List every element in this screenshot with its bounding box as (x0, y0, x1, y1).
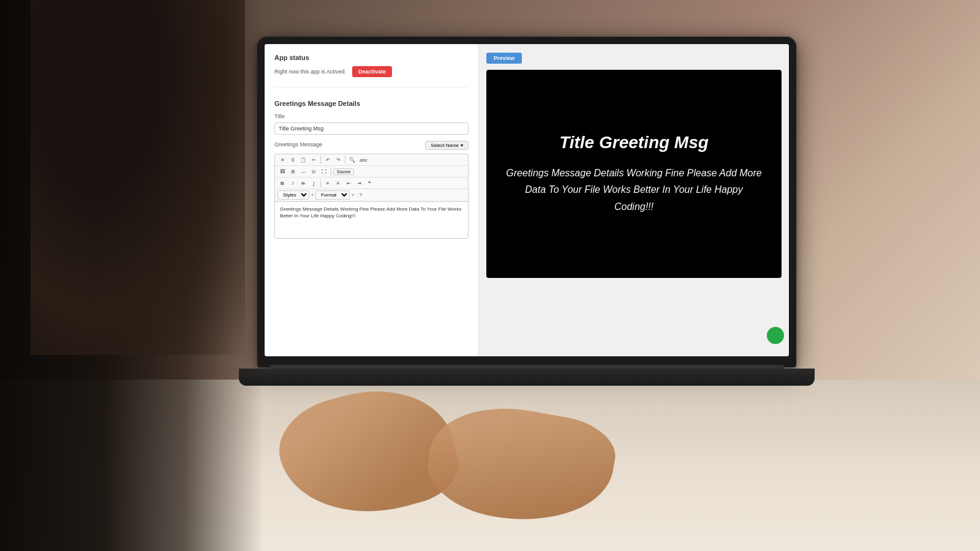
rich-text-editor: ✕ ⎘ 📋 ✂ ↶ ↷ 🔍 abc (274, 154, 469, 239)
greetings-section-title: Greetings Message Details (274, 100, 469, 107)
toolbar-sep-4 (320, 179, 321, 187)
toolbar-table[interactable]: ⊞ (288, 168, 298, 176)
title-input[interactable] (274, 122, 469, 135)
toolbar-special-char[interactable]: Ω (309, 168, 318, 176)
toolbar-redo[interactable]: ↷ (333, 156, 343, 164)
toolbar-spell[interactable]: abc (358, 156, 369, 164)
toolbar-row-2: 🖼 ⊞ — Ω ⛶ Source (275, 166, 468, 178)
toolbar-row-4: Styles ▾ Format ▾ ? (275, 189, 468, 201)
toolbar-undo[interactable]: ↶ (323, 156, 333, 164)
app-status-section: App status Right now this app is Actived… (274, 54, 469, 88)
toolbar-help[interactable]: ? (356, 191, 366, 199)
toolbar-indent[interactable]: ⇥ (354, 179, 364, 187)
screen-content: App status Right now this app is Actived… (265, 44, 789, 356)
chevron-down-icon: ▾ (461, 143, 463, 148)
toolbar-copy[interactable]: ⎘ (288, 156, 298, 164)
select-name-button[interactable]: Select Name ▾ (425, 141, 469, 150)
right-panel: Preview Title Greeting Msg Greetings Mes… (479, 44, 789, 356)
toolbar-find[interactable]: 🔍 (347, 156, 357, 164)
toolbar-source[interactable]: Source (333, 168, 354, 175)
toolbar-sep-2 (345, 156, 345, 164)
hand-right (421, 395, 621, 535)
toolbar-cut[interactable]: ✕ (277, 156, 287, 164)
toolbar-blockquote[interactable]: ❝ (364, 179, 374, 187)
editor-content-area[interactable]: Greetings Message Details Working Fine P… (275, 201, 468, 238)
toolbar-delete[interactable]: ✂ (309, 156, 318, 164)
toolbar-italic[interactable]: I (288, 179, 298, 187)
styles-dropdown[interactable]: Styles (277, 190, 309, 200)
status-row: Right now this app is Actived. Deactivat… (274, 66, 469, 77)
left-panel: App status Right now this app is Actived… (265, 44, 479, 356)
laptop-screen: App status Right now this app is Actived… (265, 44, 789, 356)
title-field-label: Title (274, 113, 469, 119)
toolbar-row-1: ✕ ⎘ 📋 ✂ ↶ ↷ 🔍 abc (275, 154, 468, 166)
deactivate-button[interactable]: Deactivate (352, 66, 392, 77)
format-arrow: ▾ (352, 192, 354, 198)
green-circle-button[interactable] (767, 327, 784, 344)
toolbar-outdent[interactable]: ⇤ (344, 179, 353, 187)
app-status-title: App status (274, 54, 469, 61)
toolbar-paste[interactable]: 📋 (298, 156, 308, 164)
toolbar-row-3: B I S I ≡ ≡ ⇤ ⇥ ❝ (275, 178, 468, 189)
laptop-bezel: App status Right now this app is Actived… (257, 37, 796, 367)
styles-arrow: ▾ (311, 192, 314, 198)
toolbar-list-unordered[interactable]: ≡ (323, 179, 333, 187)
greetings-msg-header: Greetings Message Select Name ▾ (274, 141, 469, 150)
toolbar-hr[interactable]: — (298, 168, 308, 176)
toolbar-image[interactable]: 🖼 (277, 168, 287, 176)
toolbar-strikethrough[interactable]: S (298, 179, 308, 187)
toolbar-sep-1 (320, 156, 321, 164)
dark-head-overlay (31, 0, 245, 355)
greetings-message-label: Greetings Message (274, 141, 322, 148)
toolbar-bold[interactable]: B (277, 179, 287, 187)
preview-button[interactable]: Preview (486, 53, 522, 64)
app-status-description: Right now this app is Actived. (274, 69, 346, 75)
toolbar-underline[interactable]: I (309, 179, 318, 187)
toolbar-list-ordered[interactable]: ≡ (333, 179, 343, 187)
format-dropdown[interactable]: Format (315, 190, 350, 200)
hands-overlay (233, 355, 662, 551)
toolbar-sep-3 (331, 167, 331, 176)
preview-title-text: Title Greeting Msg (559, 133, 709, 152)
greetings-section: Greetings Message Details Title Greeting… (274, 100, 469, 239)
preview-body-text: Greetings Message Details Working Fine P… (505, 165, 763, 215)
toolbar-maximize[interactable]: ⛶ (319, 168, 329, 176)
preview-display: Title Greeting Msg Greetings Message Det… (486, 70, 782, 278)
